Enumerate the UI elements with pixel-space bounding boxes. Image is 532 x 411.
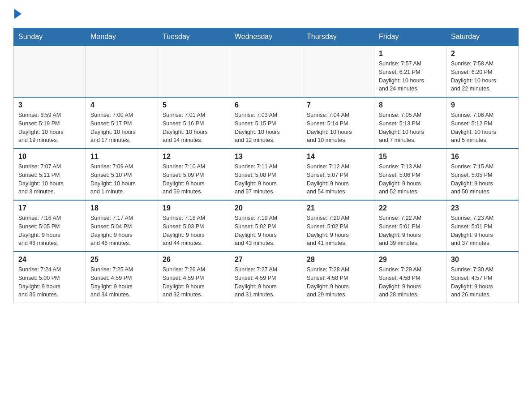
day-number: 23 [451, 204, 514, 212]
calendar-cell: 18Sunrise: 7:17 AM Sunset: 5:04 PM Dayli… [86, 200, 158, 252]
calendar-table: SundayMondayTuesdayWednesdayThursdayFrid… [13, 28, 519, 303]
day-number: 28 [307, 256, 369, 264]
day-info: Sunrise: 7:16 AM Sunset: 5:05 PM Dayligh… [18, 214, 81, 248]
day-number: 13 [235, 153, 297, 161]
day-info: Sunrise: 7:58 AM Sunset: 6:20 PM Dayligh… [451, 60, 514, 93]
day-number: 21 [307, 204, 369, 212]
day-number: 29 [379, 256, 442, 264]
day-info: Sunrise: 7:22 AM Sunset: 5:01 PM Dayligh… [379, 214, 442, 248]
day-info: Sunrise: 7:06 AM Sunset: 5:12 PM Dayligh… [451, 111, 514, 145]
day-number: 14 [307, 153, 369, 161]
week-row: 3Sunrise: 6:59 AM Sunset: 5:19 PM Daylig… [14, 97, 519, 149]
day-of-week-header: Friday [374, 28, 446, 46]
calendar-cell [302, 46, 374, 97]
day-number: 20 [235, 204, 297, 212]
calendar-cell: 22Sunrise: 7:22 AM Sunset: 5:01 PM Dayli… [374, 200, 446, 252]
day-info: Sunrise: 7:26 AM Sunset: 4:59 PM Dayligh… [163, 265, 225, 299]
calendar-cell: 20Sunrise: 7:19 AM Sunset: 5:02 PM Dayli… [230, 200, 302, 252]
day-info: Sunrise: 7:29 AM Sunset: 4:58 PM Dayligh… [379, 265, 442, 299]
day-number: 15 [379, 153, 442, 161]
day-info: Sunrise: 7:10 AM Sunset: 5:09 PM Dayligh… [163, 163, 225, 196]
calendar-cell: 4Sunrise: 7:00 AM Sunset: 5:17 PM Daylig… [86, 97, 158, 149]
day-info: Sunrise: 7:24 AM Sunset: 5:00 PM Dayligh… [18, 265, 81, 299]
day-of-week-header: Sunday [14, 28, 86, 46]
day-number: 9 [451, 101, 514, 109]
calendar-cell: 2Sunrise: 7:58 AM Sunset: 6:20 PM Daylig… [446, 46, 519, 97]
calendar-cell: 29Sunrise: 7:29 AM Sunset: 4:58 PM Dayli… [374, 252, 446, 303]
day-number: 24 [18, 256, 81, 264]
day-number: 1 [379, 50, 442, 58]
day-number: 8 [379, 101, 442, 109]
day-info: Sunrise: 7:07 AM Sunset: 5:11 PM Dayligh… [18, 163, 81, 196]
day-number: 17 [18, 204, 81, 212]
logo [13, 9, 21, 19]
day-of-week-header: Tuesday [158, 28, 230, 46]
calendar-cell: 16Sunrise: 7:15 AM Sunset: 5:05 PM Dayli… [446, 149, 519, 200]
day-number: 5 [163, 101, 225, 109]
day-info: Sunrise: 7:04 AM Sunset: 5:14 PM Dayligh… [307, 111, 369, 145]
calendar-cell: 10Sunrise: 7:07 AM Sunset: 5:11 PM Dayli… [14, 149, 86, 200]
calendar-cell: 15Sunrise: 7:13 AM Sunset: 5:06 PM Dayli… [374, 149, 446, 200]
calendar-cell: 12Sunrise: 7:10 AM Sunset: 5:09 PM Dayli… [158, 149, 230, 200]
day-info: Sunrise: 7:30 AM Sunset: 4:57 PM Dayligh… [451, 265, 514, 299]
day-number: 12 [163, 153, 225, 161]
calendar-cell: 26Sunrise: 7:26 AM Sunset: 4:59 PM Dayli… [158, 252, 230, 303]
day-of-week-header: Monday [86, 28, 158, 46]
calendar-cell: 25Sunrise: 7:25 AM Sunset: 4:59 PM Dayli… [86, 252, 158, 303]
day-of-week-header: Thursday [302, 28, 374, 46]
day-info: Sunrise: 7:13 AM Sunset: 5:06 PM Dayligh… [379, 163, 442, 196]
day-number: 22 [379, 204, 442, 212]
calendar-cell: 6Sunrise: 7:03 AM Sunset: 5:15 PM Daylig… [230, 97, 302, 149]
calendar-cell: 9Sunrise: 7:06 AM Sunset: 5:12 PM Daylig… [446, 97, 519, 149]
day-info: Sunrise: 7:11 AM Sunset: 5:08 PM Dayligh… [235, 163, 297, 196]
day-info: Sunrise: 7:23 AM Sunset: 5:01 PM Dayligh… [451, 214, 514, 248]
day-number: 30 [451, 256, 514, 264]
day-number: 3 [18, 101, 81, 109]
day-number: 11 [90, 153, 153, 161]
day-info: Sunrise: 7:27 AM Sunset: 4:59 PM Dayligh… [235, 265, 297, 299]
day-info: Sunrise: 7:09 AM Sunset: 5:10 PM Dayligh… [90, 163, 153, 196]
week-row: 10Sunrise: 7:07 AM Sunset: 5:11 PM Dayli… [14, 149, 519, 200]
day-info: Sunrise: 7:20 AM Sunset: 5:02 PM Dayligh… [307, 214, 369, 248]
day-number: 27 [235, 256, 297, 264]
day-info: Sunrise: 6:59 AM Sunset: 5:19 PM Dayligh… [18, 111, 81, 145]
day-info: Sunrise: 7:00 AM Sunset: 5:17 PM Dayligh… [90, 111, 153, 145]
calendar-cell: 21Sunrise: 7:20 AM Sunset: 5:02 PM Dayli… [302, 200, 374, 252]
week-row: 1Sunrise: 7:57 AM Sunset: 6:21 PM Daylig… [14, 46, 519, 97]
calendar-cell: 5Sunrise: 7:01 AM Sunset: 5:16 PM Daylig… [158, 97, 230, 149]
logo-arrow-icon [14, 9, 21, 19]
day-info: Sunrise: 7:12 AM Sunset: 5:07 PM Dayligh… [307, 163, 369, 196]
calendar-header-row: SundayMondayTuesdayWednesdayThursdayFrid… [14, 28, 519, 46]
calendar-cell [14, 46, 86, 97]
day-number: 19 [163, 204, 225, 212]
calendar-cell: 23Sunrise: 7:23 AM Sunset: 5:01 PM Dayli… [446, 200, 519, 252]
day-info: Sunrise: 7:57 AM Sunset: 6:21 PM Dayligh… [379, 60, 442, 93]
calendar-cell: 1Sunrise: 7:57 AM Sunset: 6:21 PM Daylig… [374, 46, 446, 97]
day-number: 16 [451, 153, 514, 161]
day-number: 7 [307, 101, 369, 109]
calendar-cell: 13Sunrise: 7:11 AM Sunset: 5:08 PM Dayli… [230, 149, 302, 200]
week-row: 17Sunrise: 7:16 AM Sunset: 5:05 PM Dayli… [14, 200, 519, 252]
day-info: Sunrise: 7:15 AM Sunset: 5:05 PM Dayligh… [451, 163, 514, 196]
calendar-cell [158, 46, 230, 97]
day-info: Sunrise: 7:17 AM Sunset: 5:04 PM Dayligh… [90, 214, 153, 248]
page-header [13, 9, 519, 19]
day-of-week-header: Wednesday [230, 28, 302, 46]
calendar-cell: 27Sunrise: 7:27 AM Sunset: 4:59 PM Dayli… [230, 252, 302, 303]
day-info: Sunrise: 7:01 AM Sunset: 5:16 PM Dayligh… [163, 111, 225, 145]
day-info: Sunrise: 7:28 AM Sunset: 4:58 PM Dayligh… [307, 265, 369, 299]
week-row: 24Sunrise: 7:24 AM Sunset: 5:00 PM Dayli… [14, 252, 519, 303]
calendar-cell [230, 46, 302, 97]
calendar-cell: 11Sunrise: 7:09 AM Sunset: 5:10 PM Dayli… [86, 149, 158, 200]
day-info: Sunrise: 7:18 AM Sunset: 5:03 PM Dayligh… [163, 214, 225, 248]
day-info: Sunrise: 7:03 AM Sunset: 5:15 PM Dayligh… [235, 111, 297, 145]
calendar-cell: 14Sunrise: 7:12 AM Sunset: 5:07 PM Dayli… [302, 149, 374, 200]
day-number: 6 [235, 101, 297, 109]
day-number: 26 [163, 256, 225, 264]
calendar-cell: 24Sunrise: 7:24 AM Sunset: 5:00 PM Dayli… [14, 252, 86, 303]
calendar-cell: 30Sunrise: 7:30 AM Sunset: 4:57 PM Dayli… [446, 252, 519, 303]
day-number: 4 [90, 101, 153, 109]
calendar-cell: 3Sunrise: 6:59 AM Sunset: 5:19 PM Daylig… [14, 97, 86, 149]
calendar-cell: 7Sunrise: 7:04 AM Sunset: 5:14 PM Daylig… [302, 97, 374, 149]
day-number: 10 [18, 153, 81, 161]
